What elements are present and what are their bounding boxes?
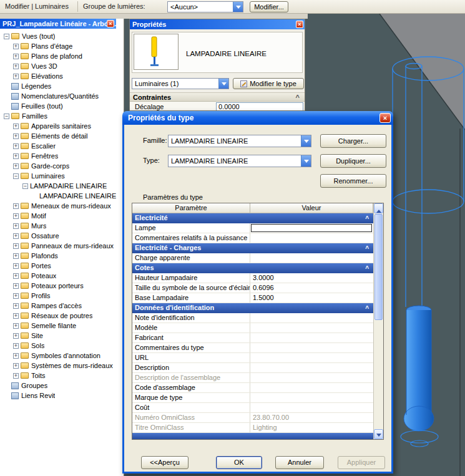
param-value[interactable] xyxy=(250,313,373,323)
tree-item[interactable]: +Meneaux de murs-rideaux xyxy=(0,201,123,211)
tree-item[interactable]: +Symboles d'annotation xyxy=(0,351,123,361)
tree-expander-icon[interactable]: + xyxy=(13,54,19,59)
scroll-up-icon[interactable] xyxy=(374,203,383,213)
param-value-input[interactable] xyxy=(251,224,372,232)
tree-expander-icon[interactable]: + xyxy=(13,303,19,309)
tree-expander-icon[interactable]: + xyxy=(13,363,19,369)
tree-item[interactable]: +Escalier xyxy=(0,141,123,151)
tree-expander-icon[interactable]: + xyxy=(13,153,19,159)
param-value[interactable] xyxy=(250,393,373,402)
tree-item[interactable]: +Réseaux de poutres xyxy=(0,311,123,321)
tree-item[interactable]: Feuilles (tout) xyxy=(0,101,123,111)
tree-expander-icon[interactable]: + xyxy=(13,134,19,139)
tree-item[interactable]: +Rampes d'accès xyxy=(0,301,123,311)
close-icon[interactable]: × xyxy=(296,21,303,28)
param-value[interactable] xyxy=(250,373,373,382)
dialog-titlebar[interactable]: Propriétés du type × xyxy=(122,111,393,125)
param-value[interactable]: Lighting xyxy=(250,423,373,432)
tree-item[interactable]: +Portes xyxy=(0,261,123,271)
chevron-down-icon[interactable] xyxy=(301,155,311,167)
properties-titlebar[interactable]: Propriétés × xyxy=(130,19,305,29)
param-value[interactable] xyxy=(250,383,373,392)
tree-expander-icon[interactable]: + xyxy=(13,223,19,229)
vertical-scrollbar[interactable] xyxy=(373,203,383,439)
param-value[interactable]: 0.6096 xyxy=(250,283,373,293)
tree-item[interactable]: +Poteaux porteurs xyxy=(0,281,123,291)
project-browser-titlebar[interactable]: PRJ_Lampadaire Linéaire - Arbor... × xyxy=(0,19,116,29)
tree-item[interactable]: +Vues 3D xyxy=(0,61,123,71)
tree-item[interactable]: +Sols xyxy=(0,341,123,351)
tree-item[interactable]: +Panneaux de murs-rideaux xyxy=(0,241,123,251)
param-value[interactable] xyxy=(250,323,373,333)
tree-item[interactable]: −Vues (tout) xyxy=(0,31,123,41)
param-section-header[interactable]: Electricité^ xyxy=(132,213,373,223)
chevron-down-icon[interactable] xyxy=(233,2,243,12)
tree-expander-icon[interactable]: + xyxy=(13,343,19,349)
tree-expander-icon[interactable]: − xyxy=(13,173,19,179)
tree-expander-icon[interactable]: − xyxy=(22,183,28,189)
tree-expander-icon[interactable]: + xyxy=(13,213,19,219)
param-value[interactable] xyxy=(250,403,373,412)
param-value[interactable] xyxy=(250,353,373,362)
param-value[interactable] xyxy=(250,333,373,342)
tree-item[interactable]: Groupes xyxy=(0,381,123,391)
tree-item[interactable]: Liens Revit xyxy=(0,391,123,401)
scrollbar-thumb[interactable] xyxy=(374,214,383,320)
param-value[interactable] xyxy=(250,233,373,243)
tree-item[interactable]: +Site xyxy=(0,331,123,341)
tree-expander-icon[interactable]: + xyxy=(13,373,19,379)
tree-item[interactable]: +Garde-corps xyxy=(0,161,123,171)
tree-expander-icon[interactable]: + xyxy=(13,313,19,319)
tree-item[interactable]: +Poteaux xyxy=(0,271,123,281)
chevron-down-icon[interactable] xyxy=(301,135,311,147)
tree-item[interactable]: −Familles xyxy=(0,111,123,121)
tree-expander-icon[interactable]: + xyxy=(13,203,19,209)
group-modify-button[interactable]: Modifier... xyxy=(250,1,288,12)
tree-item[interactable]: +Appareils sanitaires xyxy=(0,121,123,131)
param-value[interactable] xyxy=(250,343,373,352)
tree-item[interactable]: +Murs xyxy=(0,221,123,231)
tree-expander-icon[interactable]: + xyxy=(13,124,19,129)
tree-item[interactable]: +Plans d'étage xyxy=(0,41,123,51)
close-icon[interactable]: × xyxy=(379,113,391,123)
preview-button[interactable]: <<Aperçu xyxy=(141,456,188,469)
chevron-up-icon[interactable]: ^ xyxy=(365,244,369,253)
chevron-down-icon[interactable] xyxy=(218,79,228,89)
tree-item[interactable]: +Motif xyxy=(0,211,123,221)
param-value-input[interactable]: 0.0000 xyxy=(216,102,303,111)
type-selector-dropdown[interactable]: Luminaires (1) xyxy=(132,78,229,89)
tree-item[interactable]: Nomenclatures/Quantités xyxy=(0,91,123,101)
ok-button[interactable]: OK xyxy=(216,456,262,469)
tree-expander-icon[interactable]: + xyxy=(13,243,19,249)
tree-item[interactable]: −Luminaires xyxy=(0,171,123,181)
param-value[interactable] xyxy=(250,363,373,372)
tree-expander-icon[interactable]: + xyxy=(13,283,19,289)
cancel-button[interactable]: Annuler xyxy=(275,456,324,469)
tree-expander-icon[interactable]: + xyxy=(13,333,19,339)
tree-item[interactable]: +Semelle filante xyxy=(0,321,123,331)
load-button[interactable]: Charger... xyxy=(320,134,386,148)
tree-expander-icon[interactable]: + xyxy=(13,263,19,269)
family-dropdown[interactable]: LAMPADAIRE LINEAIRE xyxy=(168,135,311,147)
light-group-dropdown[interactable]: <Aucun> xyxy=(167,1,243,12)
param-value[interactable]: 3.0000 xyxy=(250,273,373,283)
param-value[interactable]: 1.5000 xyxy=(250,293,373,303)
tree-item[interactable]: +Ossature xyxy=(0,231,123,241)
tree-item[interactable]: +Elévations xyxy=(0,71,123,81)
close-icon[interactable]: × xyxy=(107,20,114,27)
tree-item[interactable]: +Profils xyxy=(0,291,123,301)
tree-expander-icon[interactable]: + xyxy=(13,233,19,239)
param-section-header[interactable]: Electricité - Charges^ xyxy=(132,243,373,253)
tree-item[interactable]: Légendes xyxy=(0,81,123,91)
tree-expander-icon[interactable]: + xyxy=(13,143,19,149)
tree-item[interactable]: +Plafonds xyxy=(0,251,123,261)
edit-type-button[interactable]: Modifier le type xyxy=(233,78,304,89)
tree-item[interactable]: +Systèmes de murs-rideaux xyxy=(0,361,123,371)
tree-item[interactable]: +Eléments de détail xyxy=(0,131,123,141)
tree-expander-icon[interactable]: + xyxy=(13,273,19,279)
tree-expander-icon[interactable]: − xyxy=(4,114,9,119)
tree-item[interactable]: +Plans de plafond xyxy=(0,51,123,61)
param-section-header[interactable]: Cotes^ xyxy=(132,263,373,273)
tree-item[interactable]: −LAMPADAIRE LINEAIRE xyxy=(0,181,123,191)
tree-item[interactable]: +Toits xyxy=(0,371,123,381)
